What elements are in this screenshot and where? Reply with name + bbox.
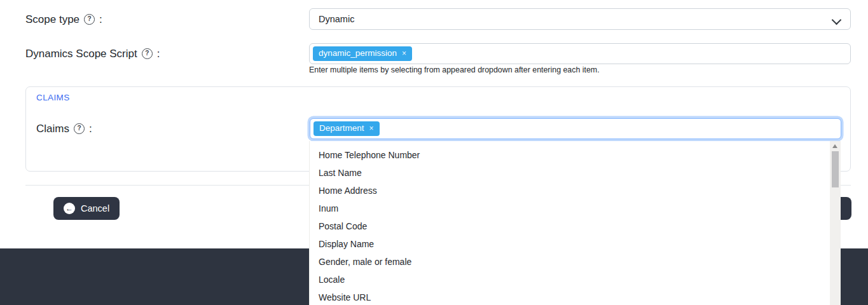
claims-label: Claims bbox=[36, 123, 69, 135]
claims-tag: Department × bbox=[313, 121, 380, 135]
cancel-button-label: Cancel bbox=[81, 203, 109, 214]
chevron-down-icon bbox=[832, 15, 842, 25]
claims-label-row: Claims ? : bbox=[36, 123, 92, 135]
scope-script-helper-text: Enter multiple items by selecting from a… bbox=[309, 65, 600, 74]
scope-script-tag-label: dynamic_permission bbox=[319, 48, 397, 58]
help-icon[interactable]: ? bbox=[74, 123, 85, 134]
dropdown-item[interactable]: Display Name bbox=[310, 235, 841, 253]
scope-script-input[interactable]: dynamic_permission × bbox=[309, 43, 851, 64]
scope-type-selected-value: Dynamic bbox=[319, 14, 354, 24]
scope-edit-form: Scope type ? : Dynamic Dynamics Scope Sc… bbox=[0, 0, 868, 305]
help-icon[interactable]: ? bbox=[142, 48, 153, 59]
scope-type-label-row: Scope type ? : bbox=[25, 13, 102, 26]
claims-input[interactable]: Department × bbox=[310, 118, 841, 139]
scope-type-label: Scope type bbox=[25, 13, 79, 26]
claims-tag-label: Department bbox=[319, 123, 364, 133]
dropdown-item[interactable]: Home Telephone Number bbox=[310, 146, 841, 164]
dropdown-item[interactable]: Inum bbox=[310, 200, 841, 217]
claims-dropdown-list: Home Telephone NumberLast NameHome Addre… bbox=[310, 146, 841, 305]
cancel-button[interactable]: ← Cancel bbox=[53, 197, 120, 220]
arrow-left-circle-icon: ← bbox=[64, 203, 75, 214]
help-icon[interactable]: ? bbox=[84, 14, 95, 25]
colon: : bbox=[99, 13, 102, 26]
claims-section-title: CLAIMS bbox=[36, 93, 70, 102]
dropdown-item[interactable]: Postal Code bbox=[310, 217, 841, 235]
scope-script-label: Dynamics Scope Script bbox=[25, 48, 137, 60]
colon: : bbox=[89, 123, 92, 135]
tag-remove-icon[interactable]: × bbox=[402, 49, 406, 58]
dropdown-item[interactable]: Gender, male or female bbox=[310, 253, 841, 271]
scrollbar-thumb[interactable] bbox=[832, 151, 839, 187]
dropdown-scrollbar[interactable] bbox=[830, 141, 841, 305]
tag-remove-icon[interactable]: × bbox=[369, 124, 374, 133]
colon: : bbox=[157, 48, 160, 60]
dropdown-item[interactable]: Home Address bbox=[310, 182, 841, 200]
claims-dropdown: Home Telephone NumberLast NameHome Addre… bbox=[309, 141, 841, 305]
dropdown-item[interactable]: Locale bbox=[310, 271, 841, 288]
scroll-up-arrow-icon[interactable] bbox=[832, 144, 837, 148]
scope-script-tag: dynamic_permission × bbox=[313, 46, 412, 60]
dropdown-item[interactable]: Website URL bbox=[310, 288, 841, 305]
scope-script-label-row: Dynamics Scope Script ? : bbox=[25, 48, 160, 60]
scope-type-select[interactable]: Dynamic bbox=[309, 8, 851, 30]
dropdown-item[interactable]: Last Name bbox=[310, 164, 841, 182]
